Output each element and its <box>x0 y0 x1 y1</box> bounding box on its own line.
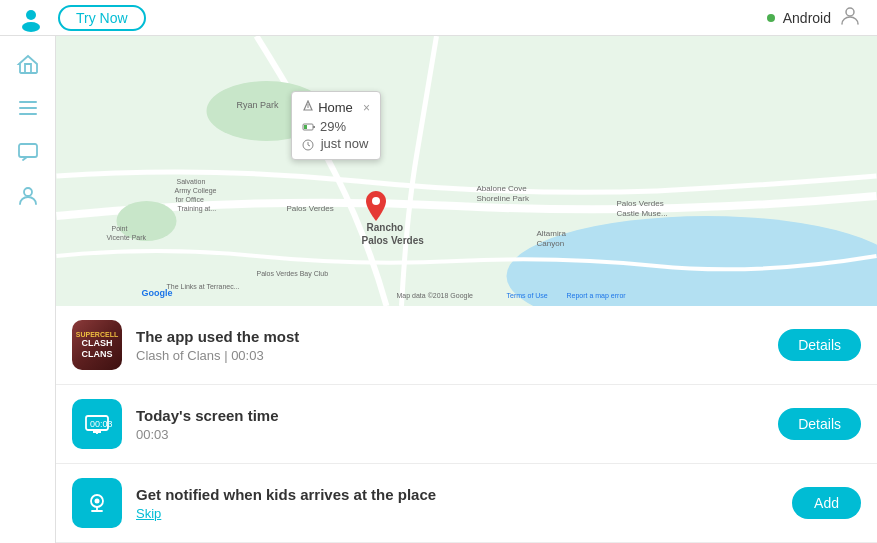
card-screen-time-details-button[interactable]: Details <box>778 408 861 440</box>
popup-time-value: just now <box>321 136 369 151</box>
svg-text:Palos Verdes: Palos Verdes <box>362 235 425 246</box>
popup-title-icon <box>302 100 314 115</box>
card-screen-time-text: Today's screen time 00:03 <box>136 407 778 442</box>
svg-point-42 <box>372 197 380 205</box>
svg-text:Palos Verdes Bay Club: Palos Verdes Bay Club <box>257 270 329 278</box>
card-app-used-subtitle: Clash of Clans | 00:03 <box>136 348 778 363</box>
cards-container: SUPERCELL CLASHCLANS The app used the mo… <box>56 306 877 543</box>
card-app-used: SUPERCELL CLASHCLANS The app used the mo… <box>56 306 877 385</box>
geo-notify-skip-link[interactable]: Skip <box>136 506 161 521</box>
sidebar-item-chat[interactable] <box>8 132 48 172</box>
svg-text:Army College: Army College <box>175 187 217 195</box>
user-profile-icon[interactable] <box>839 4 861 32</box>
clash-of-clans-icon: SUPERCELL CLASHCLANS <box>72 320 122 370</box>
popup-close-icon[interactable]: × <box>363 101 370 115</box>
header-right: Android <box>767 4 861 32</box>
sidebar-item-list[interactable] <box>8 88 48 128</box>
android-status-dot <box>767 14 775 22</box>
header: Try Now Android <box>0 0 877 36</box>
svg-text:Canyon: Canyon <box>537 239 565 248</box>
try-now-button[interactable]: Try Now <box>58 5 146 31</box>
svg-rect-3 <box>19 101 37 103</box>
card-screen-time-title: Today's screen time <box>136 407 778 424</box>
svg-text:Training at...: Training at... <box>178 205 217 213</box>
svg-text:Palos Verdes: Palos Verdes <box>287 204 334 213</box>
svg-line-41 <box>308 145 310 146</box>
svg-text:for Office: for Office <box>176 196 204 203</box>
svg-text:The Links at Terranec...: The Links at Terranec... <box>167 283 240 290</box>
svg-text:00:03: 00:03 <box>90 419 112 429</box>
map-pin <box>366 191 386 225</box>
content-area: Ryan Park Palos Verdes Rancho Palos Verd… <box>56 36 877 543</box>
card-screen-time: 00:03 Today's screen time 00:03 Details <box>56 385 877 464</box>
card-app-used-details-button[interactable]: Details <box>778 329 861 361</box>
svg-text:Abalone Cove: Abalone Cove <box>477 184 528 193</box>
sidebar-item-person[interactable] <box>8 176 48 216</box>
svg-rect-37 <box>313 126 315 128</box>
popup-time: just now <box>302 136 370 151</box>
sidebar-item-home[interactable] <box>8 44 48 84</box>
svg-text:Report a map error: Report a map error <box>567 292 627 300</box>
svg-text:Altamira: Altamira <box>537 229 567 238</box>
svg-point-48 <box>95 499 100 504</box>
svg-text:Map data ©2018 Google: Map data ©2018 Google <box>397 292 473 300</box>
svg-text:Vicente Park: Vicente Park <box>107 234 147 241</box>
android-label: Android <box>783 10 831 26</box>
card-app-used-title: The app used the most <box>136 328 778 345</box>
card-screen-time-subtitle: 00:03 <box>136 427 778 442</box>
card-geo-notify-subtitle: Skip <box>136 506 792 521</box>
avatar-icon <box>16 3 46 33</box>
card-app-used-text: The app used the most Clash of Clans | 0… <box>136 328 778 363</box>
svg-text:Shoreline Park: Shoreline Park <box>477 194 530 203</box>
popup-battery: 29% <box>302 119 370 134</box>
map-popup-header: Home × <box>302 100 370 115</box>
card-geo-notify-text: Get notified when kids arrives at the pl… <box>136 486 792 521</box>
svg-text:Ryan Park: Ryan Park <box>237 100 280 110</box>
svg-rect-5 <box>19 113 37 115</box>
map-container: Ryan Park Palos Verdes Rancho Palos Verd… <box>56 36 877 306</box>
svg-point-1 <box>22 22 40 32</box>
clash-icon-top-text: SUPERCELL <box>76 331 118 338</box>
svg-rect-38 <box>304 125 307 129</box>
svg-text:Point: Point <box>112 225 128 232</box>
svg-rect-4 <box>19 107 37 109</box>
svg-rect-6 <box>19 144 37 157</box>
svg-text:Castle Muse...: Castle Muse... <box>617 209 668 218</box>
screen-time-icon: 00:03 <box>72 399 122 449</box>
svg-text:Salvation: Salvation <box>177 178 206 185</box>
popup-battery-value: 29% <box>320 119 346 134</box>
svg-point-7 <box>24 188 32 196</box>
map-background: Ryan Park Palos Verdes Rancho Palos Verd… <box>56 36 877 306</box>
svg-point-0 <box>26 10 36 20</box>
main-layout: Ryan Park Palos Verdes Rancho Palos Verd… <box>0 36 877 543</box>
location-notify-icon <box>72 478 122 528</box>
svg-text:Terms of Use: Terms of Use <box>507 292 548 299</box>
popup-title: Home <box>318 100 353 115</box>
sidebar <box>0 36 56 543</box>
clash-icon-main-text: CLASHCLANS <box>82 338 113 360</box>
svg-text:Palos Verdes: Palos Verdes <box>617 199 664 208</box>
map-popup: Home × 29% just now <box>291 91 381 160</box>
card-geo-notify-add-button[interactable]: Add <box>792 487 861 519</box>
card-geo-notify-title: Get notified when kids arrives at the pl… <box>136 486 792 503</box>
card-geo-notify: Get notified when kids arrives at the pl… <box>56 464 877 543</box>
svg-point-2 <box>846 8 854 16</box>
